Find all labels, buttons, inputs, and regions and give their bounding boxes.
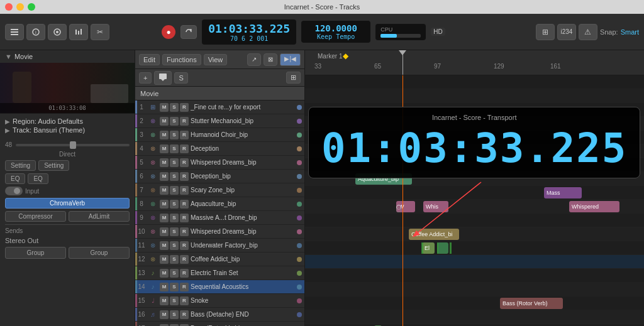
clip-whis[interactable]: Whis: [423, 201, 448, 212]
track-row-10[interactable]: 10⊗MSRWhispered Dreams_bip: [135, 225, 304, 239]
input-toggle[interactable]: [5, 187, 23, 195]
track-m-17[interactable]: M: [160, 324, 169, 327]
track-s-7[interactable]: S: [170, 186, 179, 195]
track-s-17[interactable]: S: [170, 324, 179, 327]
track-m-3[interactable]: M: [160, 131, 169, 139]
settings-button[interactable]: [48, 24, 67, 40]
compressor-button[interactable]: Compressor: [5, 211, 66, 222]
maximize-button[interactable]: [28, 3, 35, 11]
track-s-8[interactable]: S: [170, 200, 179, 209]
view-button[interactable]: View: [204, 54, 228, 65]
clip-coffee_addict_bi[interactable]: Coffee Addict_bi: [409, 229, 459, 240]
track-m-6[interactable]: M: [160, 172, 169, 181]
track-s-12[interactable]: S: [170, 255, 179, 264]
eq2-button[interactable]: EQ: [28, 173, 48, 184]
track-row-16[interactable]: 16♬MSRBass (Detache) END: [135, 308, 304, 322]
setting1-button[interactable]: Setting: [5, 160, 36, 171]
clip-[interactable]: [437, 242, 448, 254]
trim-button[interactable]: ⊠: [264, 53, 277, 66]
track-m-14[interactable]: M: [160, 283, 169, 291]
track-row-5[interactable]: 5⊗MSRWhispered Dreams_bip: [135, 156, 304, 170]
track-s-13[interactable]: S: [170, 269, 179, 278]
cycle-button[interactable]: [180, 25, 197, 39]
track-row-2[interactable]: 2⊗MSRStutter Mechanoid_bip: [135, 114, 304, 128]
track-r-16[interactable]: R: [180, 310, 189, 319]
track-s-4[interactable]: S: [170, 144, 179, 153]
track-m-13[interactable]: M: [160, 269, 169, 278]
track-row-13[interactable]: 13♪MSRElectric Train Set: [135, 266, 304, 280]
track-m-4[interactable]: M: [160, 144, 169, 153]
clip-whispered[interactable]: Whispered: [569, 201, 619, 212]
track-m-2[interactable]: M: [160, 117, 169, 126]
warning-button[interactable]: ⚠: [579, 24, 597, 40]
track-r-9[interactable]: R: [180, 214, 189, 222]
track-m-10[interactable]: M: [160, 227, 169, 236]
mixer-button[interactable]: [69, 24, 88, 40]
track-s-15[interactable]: S: [170, 296, 179, 305]
track-m-9[interactable]: M: [160, 214, 169, 222]
grid-button[interactable]: ⊞: [286, 72, 301, 84]
movie-header[interactable]: ▼ Movie: [0, 50, 135, 63]
track-s-6[interactable]: S: [170, 172, 179, 181]
track-row-9[interactable]: 9⊗MSRMassive A...t Drone_bip: [135, 211, 304, 225]
clip-el[interactable]: El: [422, 242, 435, 254]
track-r-8[interactable]: R: [180, 200, 189, 209]
track-s-11[interactable]: S: [170, 241, 179, 250]
track-r-10[interactable]: R: [180, 227, 189, 236]
track-r-17[interactable]: R: [180, 324, 189, 327]
track-row-6[interactable]: 6⊗MSRDeception_bip: [135, 170, 304, 183]
setting2-button[interactable]: Setting: [38, 160, 69, 171]
track-m-12[interactable]: M: [160, 255, 169, 264]
track-row-8[interactable]: 8⊗MSRAquaculture_bip: [135, 197, 304, 211]
clip-mass[interactable]: Mass: [544, 187, 582, 198]
track-r-5[interactable]: R: [180, 158, 189, 167]
track-r-15[interactable]: R: [180, 296, 189, 305]
track-s-9[interactable]: S: [170, 214, 179, 222]
track-s-3[interactable]: S: [170, 131, 179, 139]
track-row-14[interactable]: 14♪MSRSequential Acoustics: [135, 280, 304, 294]
mixer2-button[interactable]: ⊞: [536, 24, 555, 40]
active-tool[interactable]: ▶|◀: [280, 53, 301, 66]
eq1-button[interactable]: EQ: [5, 173, 25, 184]
track-r-3[interactable]: R: [180, 131, 189, 139]
add-track-button[interactable]: +: [139, 72, 152, 84]
track-r-6[interactable]: R: [180, 172, 189, 181]
track-s-14[interactable]: S: [170, 283, 179, 291]
traffic-lights[interactable]: [5, 3, 35, 11]
track-r-4[interactable]: R: [180, 144, 189, 153]
track-row-4[interactable]: 4⊗MSRDeception: [135, 142, 304, 156]
track-s-2[interactable]: S: [170, 117, 179, 126]
track-m-11[interactable]: M: [160, 241, 169, 250]
track-m-16[interactable]: M: [160, 310, 169, 319]
timeline-tracks[interactable]: Aquaculture_bipMassWWhisWhisperedCoffee …: [305, 75, 644, 326]
track-row-11[interactable]: 11⊗MSRUnderwater Factory_bip: [135, 239, 304, 253]
track-r-1[interactable]: R: [180, 103, 189, 112]
group2-button[interactable]: Group: [69, 247, 130, 259]
track-r-13[interactable]: R: [180, 269, 189, 278]
info-button[interactable]: i: [26, 24, 45, 40]
track-r-7[interactable]: R: [180, 186, 189, 195]
group1-button[interactable]: Group: [5, 247, 66, 259]
volume-fader[interactable]: [16, 144, 130, 146]
track-s-5[interactable]: S: [170, 158, 179, 167]
functions-button[interactable]: Functions: [162, 54, 201, 65]
s-button[interactable]: S: [174, 72, 187, 84]
marker-button[interactable]: [154, 71, 172, 85]
chromaverb-button[interactable]: ChromaVerb: [5, 198, 130, 209]
track-m-5[interactable]: M: [160, 158, 169, 167]
track-row-7[interactable]: 7⊗MSRScary Zone_bip: [135, 183, 304, 197]
close-button[interactable]: [5, 3, 13, 11]
track-row-3[interactable]: 3⊗MSRHumanoid Choir_bip: [135, 128, 304, 142]
clip-bass_(rotor_verb)[interactable]: Bass (Rotor Verb): [500, 298, 563, 309]
track-r-14[interactable]: R: [180, 283, 189, 291]
track-s-16[interactable]: S: [170, 310, 179, 319]
minimize-button[interactable]: [16, 3, 24, 11]
track-m-15[interactable]: M: [160, 296, 169, 305]
edit-button[interactable]: Edit: [139, 54, 160, 65]
track-s-1[interactable]: S: [170, 103, 179, 112]
track-m-8[interactable]: M: [160, 200, 169, 209]
track-row-12[interactable]: 12⊗MSRCoffee Addict_bip: [135, 253, 304, 266]
track-m-1[interactable]: M: [160, 103, 169, 112]
library-button[interactable]: [5, 24, 24, 40]
track-r-12[interactable]: R: [180, 255, 189, 264]
